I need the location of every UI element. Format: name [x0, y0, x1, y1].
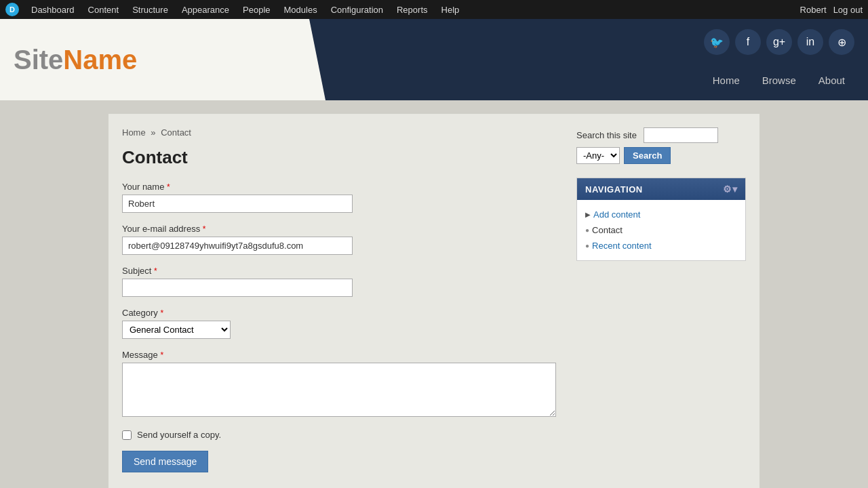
page-title: Contact	[122, 147, 556, 168]
search-button[interactable]: Search	[624, 147, 671, 164]
category-required: *	[160, 308, 163, 318]
nav-block: NAVIGATION ⚙▾ ▶ Add content ● Contact ● …	[576, 178, 746, 261]
nav-browse[interactable]: Browse	[753, 70, 806, 90]
admin-logo-icon: D	[5, 3, 19, 16]
category-field-group: Category * General Contact Support Other	[122, 308, 556, 339]
message-required: *	[160, 350, 163, 360]
breadcrumb-separator: »	[151, 127, 155, 138]
copy-label: Send yourself a copy.	[137, 430, 221, 440]
nav-block-header: NAVIGATION ⚙▾	[577, 178, 745, 200]
breadcrumb: Home » Contact	[122, 127, 556, 138]
nav-list: ▶ Add content ● Contact ● Recent content	[585, 207, 737, 253]
category-select[interactable]: General Contact Support Other	[122, 321, 231, 339]
gear-icon[interactable]: ⚙▾	[723, 184, 737, 195]
main-content: Home » Contact Contact Your name * Your …	[122, 127, 576, 488]
logo-name-text: Name	[63, 45, 137, 75]
admin-user-link[interactable]: Robert	[800, 5, 827, 15]
admin-bar: D Dashboard Content Structure Appearance…	[0, 0, 868, 19]
admin-nav-configuration[interactable]: Configuration	[324, 1, 390, 18]
contact-static-label: Contact	[592, 225, 623, 235]
recent-content-link[interactable]: Recent content	[592, 241, 651, 251]
admin-nav-structure[interactable]: Structure	[125, 1, 175, 18]
admin-nav-help[interactable]: Help	[435, 1, 467, 18]
contact-form: Your name * Your e-mail address * Subjec…	[122, 182, 556, 486]
admin-nav-appearance[interactable]: Appearance	[175, 1, 236, 18]
copy-checkbox-row: Send yourself a copy.	[122, 430, 556, 440]
admin-logout-link[interactable]: Log out	[833, 5, 863, 15]
logo-site-text: Site	[14, 45, 63, 75]
name-required: *	[167, 182, 170, 192]
site-logo: SiteName	[14, 45, 137, 75]
breadcrumb-home[interactable]: Home	[122, 127, 146, 138]
nav-about[interactable]: About	[809, 70, 854, 90]
nav-block-content: ▶ Add content ● Contact ● Recent content	[577, 200, 745, 260]
subject-label: Subject *	[122, 266, 556, 276]
search-area: Search this site -Any- Search	[576, 127, 746, 164]
social-icons: 🐦 f g+ in ⊕	[704, 29, 854, 55]
subject-required: *	[154, 266, 157, 276]
sidebar: Search this site -Any- Search NAVIGATION…	[576, 127, 746, 488]
name-field-group: Your name *	[122, 182, 556, 213]
subject-field-group: Subject *	[122, 266, 556, 297]
add-content-link[interactable]: Add content	[593, 209, 640, 220]
facebook-icon[interactable]: f	[735, 29, 761, 55]
nav-home[interactable]: Home	[703, 70, 749, 90]
nav-block-title: NAVIGATION	[585, 184, 643, 195]
breadcrumb-current: Contact	[161, 127, 191, 138]
name-label: Your name *	[122, 182, 556, 192]
name-input[interactable]	[122, 195, 353, 213]
admin-nav: Dashboard Content Structure Appearance P…	[24, 1, 800, 18]
triangle-bullet-icon: ▶	[585, 211, 591, 218]
admin-nav-people[interactable]: People	[236, 1, 277, 18]
email-field-group: Your e-mail address *	[122, 224, 556, 255]
message-textarea[interactable]	[122, 363, 556, 417]
twitter-icon[interactable]: 🐦	[704, 29, 730, 55]
email-label: Your e-mail address *	[122, 224, 556, 234]
page-wrapper: Home » Contact Contact Your name * Your …	[108, 114, 760, 488]
admin-nav-dashboard[interactable]: Dashboard	[24, 1, 81, 18]
googleplus-icon[interactable]: g+	[766, 29, 792, 55]
main-nav: Home Browse About	[703, 70, 854, 90]
bullet-icon-2: ●	[585, 242, 589, 249]
subject-input[interactable]	[122, 279, 353, 297]
copy-checkbox[interactable]	[122, 430, 132, 440]
admin-nav-modules[interactable]: Modules	[277, 1, 324, 18]
nav-item-recent-content: ● Recent content	[585, 238, 737, 253]
admin-nav-content[interactable]: Content	[81, 1, 126, 18]
email-input[interactable]	[122, 237, 353, 255]
nav-item-add-content: ▶ Add content	[585, 207, 737, 222]
admin-nav-reports[interactable]: Reports	[390, 1, 435, 18]
rss-icon[interactable]: ⊕	[829, 29, 854, 55]
admin-right: Robert Log out	[800, 5, 863, 15]
nav-item-contact: ● Contact	[585, 222, 737, 238]
header-right: 🐦 f g+ in ⊕ Home Browse About	[326, 19, 868, 100]
search-controls-row: -Any- Search	[576, 147, 746, 164]
email-required: *	[203, 224, 206, 234]
category-label: Category *	[122, 308, 556, 318]
message-label: Message *	[122, 350, 556, 360]
linkedin-icon[interactable]: in	[797, 29, 823, 55]
search-label: Search this site	[576, 130, 637, 140]
search-input[interactable]	[644, 127, 718, 143]
bullet-icon: ●	[585, 226, 589, 234]
send-button[interactable]: Send message	[122, 451, 208, 472]
site-logo-area: SiteName	[0, 19, 326, 100]
search-any-select[interactable]: -Any-	[576, 147, 620, 164]
message-field-group: Message *	[122, 350, 556, 419]
site-header: SiteName 🐦 f g+ in ⊕ Home Browse About	[0, 19, 868, 100]
